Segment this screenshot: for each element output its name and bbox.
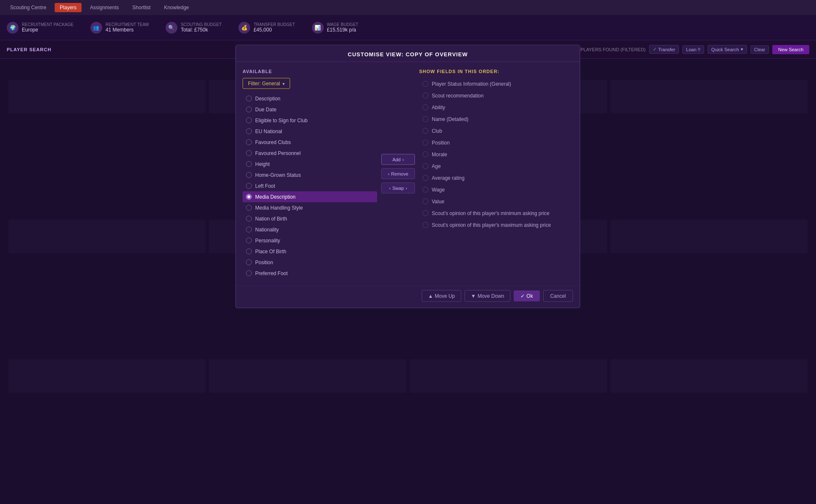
field-item-label: Value bbox=[432, 199, 444, 205]
field-item-label: Scout's opinion of this player's maximum… bbox=[432, 222, 551, 228]
list-item[interactable]: Due Date bbox=[243, 104, 377, 115]
recruitment-team-label: RECRUITMENT TEAM bbox=[106, 22, 149, 27]
list-item[interactable]: Left Foot bbox=[243, 181, 377, 192]
field-item[interactable]: Wage bbox=[419, 184, 573, 196]
new-search-button[interactable]: New Search bbox=[772, 45, 809, 54]
radio-indicator bbox=[246, 107, 252, 113]
ok-button[interactable]: ✓ Ok bbox=[514, 291, 539, 302]
list-item[interactable]: Media Handling Style bbox=[243, 202, 377, 213]
radio-indicator bbox=[246, 129, 252, 134]
clear-label: Clear bbox=[754, 47, 765, 52]
field-item[interactable]: Position bbox=[419, 137, 573, 149]
loan-filter[interactable]: Loan !! bbox=[682, 45, 704, 54]
available-panel: AVAILABLE Filter: General ▾ DescriptionD… bbox=[243, 69, 377, 279]
list-item[interactable]: Nationality bbox=[243, 224, 377, 235]
radio-indicator bbox=[246, 205, 252, 211]
nav-scouting-centre[interactable]: Scouting Centre bbox=[5, 3, 51, 12]
field-item[interactable]: Morale bbox=[419, 149, 573, 160]
list-item[interactable]: Media Description bbox=[243, 192, 377, 202]
list-item[interactable]: Place Of Birth bbox=[243, 246, 377, 257]
move-down-button[interactable]: ▼ Move Down bbox=[465, 290, 510, 302]
radio-indicator bbox=[246, 161, 252, 167]
transfer-budget-icon: 💰 bbox=[238, 22, 250, 34]
field-item[interactable]: Scout recommendation bbox=[419, 90, 573, 102]
available-items-list: DescriptionDue DateEligible to Sign for … bbox=[243, 93, 377, 279]
available-item-label: Due Date bbox=[255, 107, 277, 113]
dialog-title: CUSTOMISE VIEW: COPY OF OVERVIEW bbox=[236, 45, 580, 62]
radio-indicator bbox=[246, 118, 252, 123]
move-up-icon: ▲ bbox=[428, 293, 433, 299]
field-check-circle bbox=[423, 210, 428, 216]
field-item[interactable]: Value bbox=[419, 196, 573, 207]
field-check-circle bbox=[423, 105, 428, 110]
wage-budget-text: WAGE BUDGET £15,519k p/a bbox=[327, 22, 359, 33]
recruitment-package-text: RECRUITMENT PACKAGE Europe bbox=[22, 22, 74, 33]
clear-btn[interactable]: Clear bbox=[750, 45, 769, 54]
cancel-button[interactable]: Cancel bbox=[543, 290, 573, 302]
radio-indicator bbox=[246, 183, 252, 189]
wage-budget-value: £15,519k p/a bbox=[327, 27, 359, 33]
quick-search-btn[interactable]: Quick Search ▾ bbox=[708, 45, 747, 54]
swap-button[interactable]: ‹ Swap › bbox=[381, 183, 415, 194]
transfer-filter[interactable]: ✓ Transfer bbox=[649, 45, 679, 54]
field-item-label: Wage bbox=[432, 187, 445, 193]
transfer-budget-label: TRANSFER BUDGET bbox=[254, 22, 295, 27]
list-item[interactable]: Position bbox=[243, 257, 377, 268]
field-item[interactable]: Scout's opinion of this player's maximum… bbox=[419, 219, 573, 231]
field-item[interactable]: Player Status Information (General) bbox=[419, 78, 573, 90]
field-item[interactable]: Age bbox=[419, 160, 573, 172]
available-item-label: Media Handling Style bbox=[255, 205, 303, 211]
add-button[interactable]: Add › bbox=[381, 154, 415, 165]
nav-assignments[interactable]: Assignments bbox=[85, 3, 124, 12]
scouting-budget-text: SCOUTING BUDGET Total: £750k bbox=[181, 22, 222, 33]
move-down-label: Move Down bbox=[478, 293, 504, 299]
transfer-budget-text: TRANSFER BUDGET £45,000 bbox=[254, 22, 295, 33]
list-item[interactable]: Favoured Personnel bbox=[243, 148, 377, 159]
radio-indicator bbox=[246, 260, 252, 265]
recruitment-team-value: 41 Members bbox=[106, 27, 149, 33]
list-item[interactable]: Preferred Foot bbox=[243, 268, 377, 279]
field-item-label: Name (Detailed) bbox=[432, 116, 468, 122]
move-up-label: Move Up bbox=[435, 293, 455, 299]
list-item[interactable]: Height bbox=[243, 159, 377, 170]
remove-button[interactable]: ‹ Remove bbox=[381, 168, 415, 179]
filter-dropdown-label: Filter: General bbox=[248, 81, 280, 87]
field-item[interactable]: Ability bbox=[419, 102, 573, 113]
radio-indicator bbox=[246, 194, 252, 200]
add-label: Add bbox=[392, 157, 401, 162]
scouting-budget-section: 🔍 SCOUTING BUDGET Total: £750k bbox=[166, 22, 222, 34]
info-bar: 🌍 RECRUITMENT PACKAGE Europe 👥 RECRUITME… bbox=[0, 15, 816, 40]
list-item[interactable]: Favoured Clubs bbox=[243, 137, 377, 148]
available-item-label: EU National bbox=[255, 129, 282, 134]
scouting-budget-label: SCOUTING BUDGET bbox=[181, 22, 222, 27]
transfer-budget-value: £45,000 bbox=[254, 27, 295, 33]
dialog-footer: ▲ Move Up ▼ Move Down ✓ Ok Cancel bbox=[236, 286, 580, 308]
filter-dropdown[interactable]: Filter: General ▾ bbox=[243, 78, 290, 89]
available-item-label: Height bbox=[255, 161, 270, 167]
field-item[interactable]: Club bbox=[419, 125, 573, 137]
nav-shortlist[interactable]: Shortlist bbox=[127, 3, 156, 12]
wage-budget-label: WAGE BUDGET bbox=[327, 22, 359, 27]
recruitment-package-value: Europe bbox=[22, 27, 74, 33]
scouting-budget-value: Total: £750k bbox=[181, 27, 222, 33]
scouting-budget-icon: 🔍 bbox=[166, 22, 177, 34]
list-item[interactable]: Nation of Birth bbox=[243, 213, 377, 224]
field-item[interactable]: Name (Detailed) bbox=[419, 113, 573, 125]
move-down-icon: ▼ bbox=[471, 293, 476, 299]
list-item[interactable]: EU National bbox=[243, 126, 377, 137]
move-up-button[interactable]: ▲ Move Up bbox=[422, 290, 461, 302]
nav-players[interactable]: Players bbox=[55, 3, 82, 12]
wage-budget-icon: 📊 bbox=[312, 22, 324, 34]
nav-knowledge[interactable]: Knowledge bbox=[159, 3, 194, 12]
recruitment-team-text: RECRUITMENT TEAM 41 Members bbox=[106, 22, 149, 33]
radio-indicator bbox=[246, 249, 252, 255]
list-item[interactable]: Description bbox=[243, 93, 377, 104]
field-item-label: Age bbox=[432, 163, 441, 169]
list-item[interactable]: Personality bbox=[243, 235, 377, 246]
field-item[interactable]: Scout's opinion of this player's minimum… bbox=[419, 207, 573, 219]
radio-indicator bbox=[246, 150, 252, 156]
field-check-circle bbox=[423, 199, 428, 205]
field-item[interactable]: Average rating bbox=[419, 172, 573, 184]
list-item[interactable]: Home-Grown Status bbox=[243, 170, 377, 181]
list-item[interactable]: Eligible to Sign for Club bbox=[243, 115, 377, 126]
